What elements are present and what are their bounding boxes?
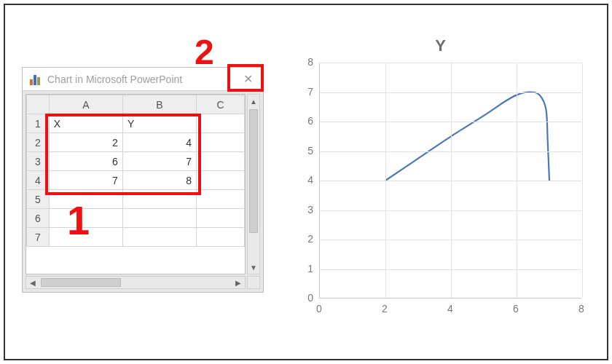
grid-area[interactable]: A B C 1 X Y 2 2 4 3 6 <box>26 94 246 274</box>
row-header[interactable]: 7 <box>27 228 50 247</box>
y-tick-label: 4 <box>307 174 313 186</box>
row-header[interactable]: 6 <box>27 209 50 228</box>
row-header[interactable]: 4 <box>27 171 50 190</box>
y-tick-label: 3 <box>307 204 313 215</box>
cell[interactable] <box>197 171 245 190</box>
cell[interactable]: 7 <box>49 171 122 190</box>
cell[interactable] <box>122 209 196 228</box>
chart-title: Y <box>291 36 590 55</box>
table-row: 3 6 7 <box>27 152 245 171</box>
cell[interactable] <box>197 228 245 247</box>
scroll-right-icon[interactable]: ▶ <box>232 277 245 288</box>
sheet-titlebar[interactable]: Chart in Microsoft PowerPoint ✕ <box>23 68 263 91</box>
cell[interactable] <box>197 190 245 209</box>
y-tick-label: 8 <box>307 56 313 68</box>
table-row: 4 7 8 <box>27 171 245 190</box>
y-tick-label: 0 <box>307 292 313 304</box>
y-tick-label: 6 <box>307 115 313 127</box>
hscroll-thumb[interactable] <box>41 278 121 287</box>
row-header[interactable]: 5 <box>27 190 50 209</box>
close-icon: ✕ <box>243 72 253 86</box>
chart-panel: Y 01234567802468 <box>291 36 590 313</box>
table-row: 5 <box>27 190 245 209</box>
close-button[interactable]: ✕ <box>237 68 259 90</box>
chart-app-icon <box>30 74 42 85</box>
table-row: 7 <box>27 228 245 247</box>
col-header-B[interactable]: B <box>122 95 196 114</box>
cell[interactable] <box>197 152 245 171</box>
select-all-corner[interactable] <box>27 95 50 114</box>
y-tick-label: 5 <box>307 145 313 157</box>
scroll-up-icon[interactable]: ▲ <box>248 95 259 108</box>
cell[interactable] <box>49 209 122 228</box>
col-header-C[interactable]: C <box>197 95 245 114</box>
cell[interactable]: 8 <box>122 171 196 190</box>
scroll-down-icon[interactable]: ▼ <box>248 261 259 274</box>
y-tick-label: 7 <box>307 86 313 98</box>
row-header[interactable]: 3 <box>27 152 50 171</box>
x-tick-label: 0 <box>316 303 322 314</box>
cell[interactable]: X <box>49 114 122 133</box>
vscroll-thumb[interactable] <box>249 109 258 233</box>
x-tick-label: 4 <box>447 303 453 314</box>
sheet-title: Chart in Microsoft PowerPoint <box>47 74 237 85</box>
x-tick-label: 8 <box>578 303 584 314</box>
spreadsheet-grid[interactable]: A B C 1 X Y 2 2 4 3 6 <box>26 95 245 247</box>
scroll-corner <box>247 276 260 289</box>
cell[interactable] <box>49 190 122 209</box>
cell[interactable]: 4 <box>122 133 196 152</box>
cell[interactable] <box>197 114 245 133</box>
table-row: 1 X Y <box>27 114 245 133</box>
col-header-A[interactable]: A <box>49 95 122 114</box>
sheet-window: Chart in Microsoft PowerPoint ✕ A B C 1 … <box>22 67 264 293</box>
x-tick-label: 6 <box>513 303 519 314</box>
y-tick-label: 2 <box>307 233 313 245</box>
cell[interactable] <box>49 228 122 247</box>
cell[interactable]: 6 <box>49 152 122 171</box>
scroll-left-icon[interactable]: ◀ <box>26 277 39 288</box>
vertical-scrollbar[interactable]: ▲ ▼ <box>247 94 260 274</box>
row-header[interactable]: 1 <box>27 114 50 133</box>
cell[interactable] <box>197 133 245 152</box>
cell[interactable] <box>122 228 196 247</box>
x-tick-label: 2 <box>382 303 388 314</box>
sheet-body: A B C 1 X Y 2 2 4 3 6 <box>23 91 263 292</box>
cell[interactable]: 7 <box>122 152 196 171</box>
cell[interactable] <box>197 209 245 228</box>
cell[interactable]: Y <box>122 114 196 133</box>
cell[interactable]: 2 <box>49 133 122 152</box>
chart-plot-area: 01234567802468 <box>319 63 581 298</box>
row-header[interactable]: 2 <box>27 133 50 152</box>
cell[interactable] <box>122 190 196 209</box>
table-row: 2 2 4 <box>27 133 245 152</box>
table-row: 6 <box>27 209 245 228</box>
horizontal-scrollbar[interactable]: ◀ ▶ <box>26 276 246 289</box>
y-tick-label: 1 <box>307 263 313 274</box>
